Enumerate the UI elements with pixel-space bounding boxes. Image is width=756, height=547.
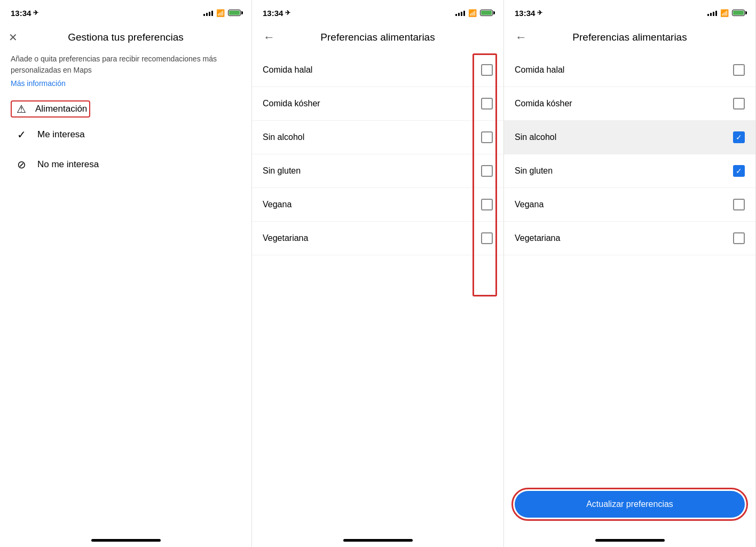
checkbox-sin-alcohol-2[interactable] [481,131,493,143]
page-title-2: Preferencias alimentarias [278,32,478,43]
status-icons-1: 📶 [203,9,241,17]
page-title-1: Gestiona tus preferencias [26,32,226,43]
checkbox-halal-2[interactable] [481,64,493,76]
back-button-3[interactable]: ← [513,30,530,44]
home-indicator-3 [595,539,665,542]
list-item[interactable]: Vegetariana [504,222,755,255]
preference-list-3: Comida halal Comida kósher Sin alcohol ✓… [504,53,755,268]
list-item[interactable]: Comida halal [252,53,503,87]
warning-icon: ⚠ [14,103,29,115]
home-indicator-2 [343,539,413,542]
description-text: Añade o quita preferencias para recibir … [11,53,241,76]
checkbox-sin-alcohol-3[interactable]: ✓ [733,131,745,143]
list-item[interactable]: Sin gluten ✓ [504,154,755,188]
checkbox-vegetariana-2[interactable] [481,232,493,244]
location-icon-1: ✈ [33,9,38,17]
battery-icon-3 [732,10,745,16]
location-icon-3: ✈ [537,9,542,17]
check-icon: ✓ [14,128,29,141]
battery-icon-2 [480,10,493,16]
status-icons-3: 📶 [707,9,745,17]
checkbox-halal-3[interactable] [733,64,745,76]
close-button[interactable]: ✕ [9,31,26,44]
checkbox-kosher-2[interactable] [481,98,493,110]
panel1-content: Añade o quita preferencias para recibir … [0,53,251,296]
checkbox-vegetariana-3[interactable] [733,232,745,244]
panel-food-preferences-checked: 13:34 ✈ 📶 ← Preferencias alimentarias Co… [504,0,756,547]
location-icon-2: ✈ [285,9,290,17]
battery-icon-1 [228,10,241,16]
me-interesa-label: Me interesa [37,129,85,140]
list-item[interactable]: Comida kósher [252,87,503,121]
bottom-area: Actualizar preferencias [504,482,755,539]
signal-icon-1 [203,10,213,16]
wifi-icon-3: 📶 [720,9,729,17]
panel-food-preferences-unchecked: 13:34 ✈ 📶 ← Preferencias alimentarias Co… [252,0,504,547]
checkbox-kosher-3[interactable] [733,98,745,110]
no-me-interesa-label: No me interesa [37,159,99,170]
update-preferences-button[interactable]: Actualizar preferencias [515,491,745,518]
page-title-3: Preferencias alimentarias [530,32,730,43]
header-1: ✕ Gestiona tus preferencias [0,24,251,53]
status-bar-1: 13:34 ✈ 📶 [0,0,251,24]
me-interesa-item[interactable]: ✓ Me interesa [11,120,241,150]
checkbox-sin-gluten-3[interactable]: ✓ [733,165,745,177]
list-item[interactable]: Vegana [252,188,503,222]
time-3: 13:34 ✈ [515,9,542,18]
alimentacion-label: Alimentación [35,104,87,114]
list-item[interactable]: Vegana [504,188,755,222]
checkbox-vegana-3[interactable] [733,199,745,210]
time-2: 13:34 ✈ [263,9,290,18]
list-item[interactable]: Vegetariana [252,222,503,255]
wifi-icon-2: 📶 [468,9,477,17]
back-button-2[interactable]: ← [261,30,278,44]
list-item[interactable]: Sin alcohol [252,121,503,154]
signal-icon-3 [707,10,717,16]
preference-list-2: Comida halal Comida kósher Sin alcohol S… [252,53,503,296]
time-1: 13:34 ✈ [11,9,38,18]
list-item[interactable]: Comida halal [504,53,755,87]
status-bar-3: 13:34 ✈ 📶 [504,0,755,24]
wifi-icon-1: 📶 [216,9,225,17]
block-icon: ⊘ [14,158,29,171]
list-item-sin-alcohol[interactable]: Sin alcohol ✓ [504,121,755,154]
panel-manage-preferences: 13:34 ✈ 📶 ✕ Gestiona tus preferencias Añ… [0,0,252,547]
alimentacion-highlighted-item[interactable]: ⚠ Alimentación [11,100,90,118]
checkbox-sin-gluten-2[interactable] [481,165,493,177]
more-info-link[interactable]: Más información [11,79,241,88]
list-item[interactable]: Comida kósher [504,87,755,121]
checkbox-vegana-2[interactable] [481,199,493,210]
signal-icon-2 [455,10,465,16]
home-indicator-1 [91,539,161,542]
header-2: ← Preferencias alimentarias [252,24,503,53]
no-me-interesa-item[interactable]: ⊘ No me interesa [11,150,241,179]
list-item[interactable]: Sin gluten [252,154,503,188]
status-bar-2: 13:34 ✈ 📶 [252,0,503,24]
header-3: ← Preferencias alimentarias [504,24,755,53]
status-icons-2: 📶 [455,9,493,17]
